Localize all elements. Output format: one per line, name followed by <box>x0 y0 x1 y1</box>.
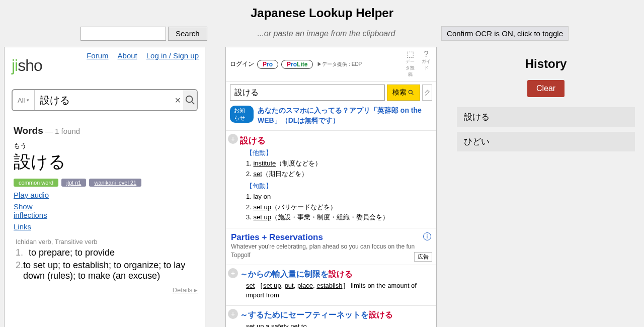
svg-point-0 <box>186 96 192 103</box>
ad-title: Parties + Reservations <box>231 232 431 242</box>
ad-block[interactable]: i Parties + Reservations Whatever you're… <box>226 228 436 265</box>
pos-kudou: 【句動】 <box>246 182 432 191</box>
data-post-icon[interactable]: ⬚データ投稿 <box>404 50 416 78</box>
jisho-logo: jisho <box>12 56 42 75</box>
jisho-nav-about[interactable]: About <box>118 51 137 60</box>
eijiro-panel: ログイン Pro ProLite ▶データ提供 : EDP ⬚データ投稿 ?ガイ… <box>225 47 437 327</box>
play-audio-link[interactable]: Play audio <box>14 191 49 199</box>
entry-sense: 2. set up（バリケードなどを） <box>246 202 432 213</box>
ocr-toggle-button[interactable]: Confirm OCR is ON, click to toggle <box>441 26 569 41</box>
details-link[interactable]: Details <box>173 286 198 294</box>
entry-headword: ～からの輸入量に制限を設ける <box>240 269 432 280</box>
eijiro-login-link[interactable]: ログイン <box>230 60 254 68</box>
entry-sense: 1. lay on <box>246 192 432 202</box>
eijiro-entry: + ～するためにセーフティーネットを設ける set up a safety ne… <box>226 305 436 327</box>
clear-icon[interactable]: × <box>172 95 183 106</box>
entry-sense: 2. set（期日などを） <box>246 169 432 180</box>
pro-button[interactable]: Pro <box>257 60 278 69</box>
notice-text[interactable]: あなたのスマホに入ってる？アプリ「英辞郎 on the WEB」（DLは無料です… <box>258 106 432 125</box>
jisho-nav-login[interactable]: Log in / Sign up <box>146 51 199 60</box>
badge-common: common word <box>14 179 58 187</box>
headword: 設ける <box>14 150 196 174</box>
sense-2: 2.to set up; to establish; to organize; … <box>16 260 194 281</box>
ad-body: Whatever you're celebrating, plan ahead … <box>231 242 431 260</box>
eijiro-search-button[interactable]: 検索 <box>387 85 420 101</box>
entry-headword: ～するためにセーフティーネットを設ける <box>240 310 432 320</box>
words-header: Words — 1 found <box>14 125 196 136</box>
eijiro-more-button[interactable]: ク <box>422 85 432 101</box>
entry-sense: 1. institute（制度などを） <box>246 158 432 169</box>
links-link[interactable]: Links <box>14 222 31 231</box>
data-source-label: ▶データ提供 : EDP <box>317 61 362 68</box>
notice-tag: お知らせ <box>230 106 254 123</box>
page-title: Japanese Lookup Helper <box>0 6 644 20</box>
entry-headword: 設ける <box>240 135 432 146</box>
add-icon[interactable]: + <box>228 268 238 278</box>
badge-wanikani[interactable]: wanikani level 21 <box>89 179 141 187</box>
eijiro-entry: + ～からの輸入量に制限を設ける set ［set up, put, place… <box>226 265 436 305</box>
jisho-nav-forum[interactable]: Forum <box>87 51 108 60</box>
history-panel: History Clear 設ける ひどい <box>457 47 640 327</box>
entry-sense: set up a safety net to <box>246 321 432 327</box>
show-inflections-link[interactable]: Showinflections <box>14 202 47 219</box>
search-input[interactable] <box>80 27 166 41</box>
add-icon[interactable]: + <box>228 309 238 319</box>
svg-line-3 <box>412 93 414 95</box>
furigana: もう <box>14 141 196 150</box>
eijiro-entry: + 設ける 【他動】 1. institute（制度などを） 2. set（期日… <box>226 130 436 228</box>
search-button[interactable]: Search <box>168 27 207 41</box>
paste-hint: ...or paste an image from the clipboard <box>258 29 395 38</box>
part-of-speech: Ichidan verb, Transitive verb <box>16 238 194 246</box>
clear-button[interactable]: Clear <box>527 80 565 97</box>
jisho-filter-dropdown[interactable]: All <box>13 90 35 110</box>
history-item[interactable]: 設ける <box>457 107 635 127</box>
badge-jlpt[interactable]: jlpt n1 <box>61 179 86 187</box>
add-icon[interactable]: + <box>228 134 238 144</box>
svg-line-1 <box>191 102 194 105</box>
history-item[interactable]: ひどい <box>457 132 635 151</box>
search-icon[interactable] <box>183 90 197 110</box>
entry-sense: set ［set up, put, place, establish］ limi… <box>246 281 432 300</box>
guide-icon[interactable]: ?ガイド <box>420 50 432 78</box>
ad-label: 広告 <box>414 252 432 262</box>
prolite-button[interactable]: ProLite <box>281 60 313 69</box>
jisho-search-input[interactable] <box>35 95 172 106</box>
entry-sense: 3. set up（施設・事業・制度・組織・委員会を） <box>246 212 432 223</box>
pos-tadou: 【他動】 <box>246 148 432 157</box>
eijiro-search-input[interactable] <box>230 85 385 101</box>
sense-1: 1.to prepare; to provide <box>16 248 194 258</box>
history-title: History <box>457 57 635 71</box>
jisho-panel: jisho Forum About Log in / Sign up All ×… <box>4 47 205 327</box>
